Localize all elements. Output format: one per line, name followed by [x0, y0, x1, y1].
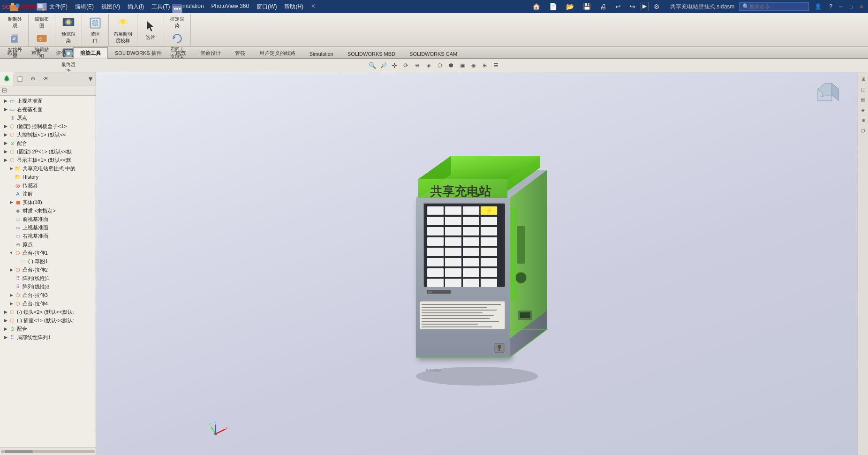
menu-window[interactable]: 窗口(W) — [253, 2, 280, 12]
tree-item-subassembly[interactable]: ▶ 📁 共享充电站壁挂式 中的 — [0, 164, 96, 173]
tab-layout[interactable]: 布局 — [0, 47, 24, 59]
tree-item-origin2[interactable]: ⊕ 原点 — [0, 240, 96, 249]
filter-icon[interactable]: ▼ — [87, 75, 94, 83]
tree-item-right-plane[interactable]: ▶ ▭ 右视基准面 — [0, 105, 96, 114]
tree-item-annotations[interactable]: A 注解 — [0, 190, 96, 198]
sub-btn-display-style[interactable]: ⬡ — [435, 61, 445, 71]
toolbar-btn-preview-render[interactable]: 预览渲染 — [58, 15, 79, 45]
expand-control-box[interactable]: ▶ — [3, 123, 8, 129]
tree-item-control-box[interactable]: ▶ ⬡ (固定) 控制板盒子<1> — [0, 122, 96, 130]
quick-redo[interactable]: ↪ — [626, 2, 639, 11]
expand-boss2[interactable]: ▶ — [8, 267, 14, 273]
menu-help[interactable]: 帮助(H) — [280, 2, 307, 12]
tree-item-front-plane[interactable]: ▭ 前视基准面 — [0, 215, 96, 223]
tab-pipe-route[interactable]: 管筏 — [228, 47, 252, 59]
quick-save[interactable]: 💾 — [579, 2, 595, 11]
sub-btn-zoom-fit[interactable]: 🔍 — [367, 61, 377, 71]
sub-btn-hide-show[interactable]: ⬢ — [446, 61, 456, 71]
toolbar-btn-lighting[interactable]: 布展照明度校样 — [112, 15, 134, 45]
search-box[interactable]: 🔍 — [739, 2, 809, 11]
tree-item-boss-extrude3[interactable]: ▶ ⬡ 凸台-拉伸3 — [0, 291, 96, 299]
tree-item-local-pattern[interactable]: ▶ ⠿ 局部线性阵列1 — [0, 333, 96, 341]
tree-item-history[interactable]: 📁 History — [0, 173, 96, 181]
tree-item-material[interactable]: ◆ 材质 <未指定> — [0, 206, 96, 215]
menu-close-tab[interactable]: ✕ — [307, 2, 319, 12]
panel-tab-config[interactable]: ⚙ — [26, 72, 39, 85]
panel-tab-props[interactable]: 📋 — [13, 72, 26, 85]
tree-item-lock[interactable]: ▶ ⬡ (-) 锁头<2> (默认<<默认: — [0, 308, 96, 316]
expand-local-pattern[interactable]: ▶ — [3, 334, 8, 340]
right-btn-6[interactable]: ⬡ — [859, 126, 868, 135]
right-btn-2[interactable]: ◫ — [859, 84, 868, 94]
tree-item-top-plane2[interactable]: ▭ 上视基准面 — [0, 223, 96, 232]
tree-item-display-board[interactable]: ▶ ⬡ 显示主板<1> (默认<<默 — [0, 156, 96, 164]
expand-boss3[interactable]: ▶ — [8, 292, 14, 298]
minimize-button[interactable]: ─ — [836, 2, 845, 11]
tab-simulation[interactable]: Simulation — [302, 49, 340, 59]
tab-electrical[interactable]: 电气 — [169, 47, 193, 59]
panel-tab-tree[interactable]: 🌲 — [0, 72, 13, 85]
sub-btn-pan[interactable]: ✛ — [390, 61, 400, 71]
expand-2p[interactable]: ▶ — [3, 149, 8, 154]
expand-socket[interactable]: ▶ — [3, 318, 8, 323]
user-icon[interactable]: 👤 — [811, 2, 825, 11]
expand-mate2[interactable]: ▶ — [3, 326, 8, 332]
sub-btn-view-setting[interactable]: ⊞ — [480, 61, 490, 71]
expand-subassembly[interactable]: ▶ — [8, 166, 14, 171]
tab-sw-mbd[interactable]: SOLIDWORKS MBD — [340, 49, 402, 59]
tree-item-boss-extrude4[interactable]: ▶ ⬡ 凸台-拉伸4 — [0, 299, 96, 308]
sub-btn-section[interactable]: ⊕ — [412, 61, 423, 71]
tab-pipe-design[interactable]: 管道设计 — [193, 47, 228, 59]
menu-view[interactable]: 视图(V) — [98, 2, 124, 12]
tab-evaluate[interactable]: 评估 — [49, 47, 73, 59]
right-btn-1[interactable]: ⊞ — [859, 74, 868, 83]
sub-btn-rotate[interactable]: ⟳ — [401, 61, 411, 71]
search-input[interactable] — [749, 4, 806, 9]
tree-item-sketch1[interactable]: □ (-) 草图1 — [0, 257, 96, 265]
tab-user-routes[interactable]: 用户定义的线路 — [252, 47, 302, 59]
tree-item-right-plane2[interactable]: ▭ 右视基准面 — [0, 232, 96, 240]
tree-item-boss-extrude1[interactable]: ▼ ⬡ 凸台-拉伸1 — [0, 249, 96, 257]
quick-options[interactable]: ⚙ — [650, 2, 664, 11]
expand-boss1[interactable]: ▼ — [8, 250, 14, 256]
quick-rebuild[interactable]: ▶ — [641, 2, 649, 11]
toolbar-btn-edit-layout[interactable]: 编辑布图 — [31, 0, 52, 30]
tree-item-boss-extrude2[interactable]: ▶ ⬡ 凸台-拉伸2 — [0, 265, 96, 274]
tab-sw-cam[interactable]: SOLIDWORKS CAM — [402, 49, 464, 59]
tab-render-tools[interactable]: 渲染工具 — [73, 47, 108, 59]
help-icon[interactable]: ? — [825, 2, 836, 11]
sub-btn-scene[interactable]: ◉ — [468, 61, 479, 71]
right-btn-4[interactable]: ◈ — [859, 105, 868, 114]
tree-item-main-board[interactable]: ▶ ⬡ 大控制板<1> (默认<< — [0, 130, 96, 139]
tree-item-sensors[interactable]: ◎ 传感器 — [0, 181, 96, 190]
toolbar-btn-make-appearance[interactable]: 制制外观 — [5, 0, 25, 30]
expand-lock[interactable]: ▶ — [3, 309, 8, 315]
sub-btn-zoom-area[interactable]: 🔎 — [378, 61, 389, 71]
close-button[interactable]: ✕ — [857, 2, 866, 11]
tree-item-2p[interactable]: ▶ ⬡ (固定) 2P<1> (默认<<默 — [0, 147, 96, 156]
maximize-button[interactable]: □ — [846, 2, 856, 11]
sub-btn-apply-scene[interactable]: ☰ — [491, 61, 501, 71]
toolbar-btn-region[interactable]: 渣区口 — [85, 15, 106, 45]
expand-display-board[interactable]: ▶ — [3, 157, 8, 163]
tab-sketch[interactable]: 草图 — [24, 47, 49, 59]
expand-main-board[interactable]: ▶ — [3, 132, 8, 137]
toolbar-btn-schedule-render[interactable]: 排定渲染 — [167, 0, 188, 30]
sub-btn-view-orient[interactable]: ◈ — [423, 61, 434, 71]
expand-bodies[interactable]: ▶ — [8, 199, 14, 205]
sub-btn-appear[interactable]: ▣ — [457, 61, 468, 71]
expand-top-plane[interactable]: ▶ — [3, 98, 8, 104]
tree-item-linear-pattern1[interactable]: ⠿ 阵列(线性)1 — [0, 274, 96, 282]
right-btn-5[interactable]: ⊕ — [859, 115, 868, 125]
toolbar-btn-integrated-preview[interactable]: 整合预览 — [58, 0, 79, 15]
tree-item-origin[interactable]: ⊕ 原点 — [0, 114, 96, 122]
quick-undo[interactable]: ↩ — [611, 2, 625, 11]
expand-right-plane[interactable]: ▶ — [3, 106, 8, 112]
tree-item-socket[interactable]: ▶ ⬡ (-) 插座<1> (默认<<默认: — [0, 316, 96, 325]
feature-tree[interactable]: ▶ ▭ 上视基准面 ▶ ▭ 右视基准面 ⊕ 原点 ▶ ⬡ (固定) 控制板盒子<… — [0, 96, 96, 447]
right-btn-3[interactable]: ▤ — [859, 95, 868, 104]
quick-home[interactable]: 🏠 — [528, 2, 544, 11]
tree-item-mate2[interactable]: ▶ ⊙ 配合 — [0, 325, 96, 333]
toolbar-btn-select[interactable]: 选片 — [140, 18, 161, 42]
menu-photoview[interactable]: PhotoView 360 — [208, 2, 253, 12]
